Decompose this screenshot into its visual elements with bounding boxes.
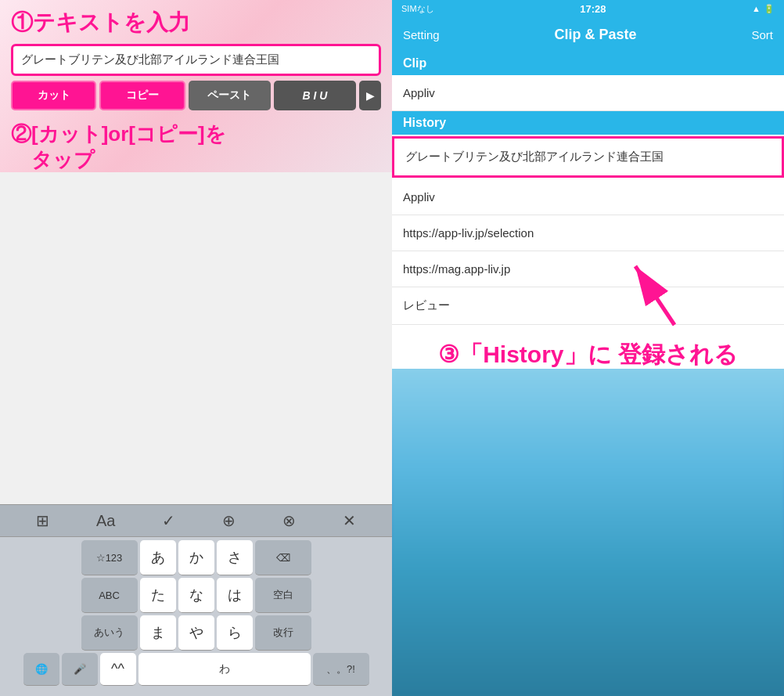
aiueo-key[interactable]: あいう [81,615,138,651]
status-bar: SIMなし 17:28 ▲ 🔋 [392,0,784,17]
font-icon[interactable]: Aa [96,512,115,530]
plus-circle-icon[interactable]: ⊕ [222,511,236,530]
step3-area: ③「History」に 登録される [392,325,784,369]
grid-icon[interactable]: ⊞ [36,511,49,530]
check-icon[interactable]: ✓ [162,511,175,530]
clip-section-header: Clip [392,52,784,75]
key-ha[interactable]: は [217,578,253,613]
step2-label: ②[カット]or[コピー]を タップ [11,121,381,175]
keyboard-rows: ☆123 あ か さ ⌫ ABC た な は 空白 あいう ま や ら 改行 [0,537,392,696]
text-input-display[interactable]: グレートブリテン及び北部アイルランド連合王国 [11,44,381,76]
punctuation-key[interactable]: 、。?! [313,653,369,686]
clip-item-1[interactable]: Appliv [392,75,784,111]
key-na[interactable]: な [178,578,214,613]
carrier-label: SIMなし [401,3,434,15]
num-sym-key[interactable]: ☆123 [81,540,138,575]
text-toolbar: カット コピー ペースト B I U ▶ [11,81,381,110]
bottom-image [392,369,784,696]
history-item-2[interactable]: Appliv [392,179,784,215]
left-content: ①テキストを入力 グレートブリテン及び北部アイルランド連合王国 カット コピー … [0,0,392,188]
biu-button[interactable]: B I U [274,81,356,110]
abc-key[interactable]: ABC [81,578,138,613]
backspace-key[interactable]: ⌫ [255,540,311,575]
globe-key[interactable]: 🌐 [23,653,59,686]
nav-title: Clip & Paste [555,27,637,43]
battery-icon: 🔋 [764,4,775,14]
arrow-svg [612,258,737,329]
keyboard-toolbar: ⊞ Aa ✓ ⊕ ⊗ ✕ [0,504,392,537]
close-kbd-icon[interactable]: ✕ [343,511,356,530]
step3-label: ③「History」に 登録される [392,341,784,369]
history-item-3[interactable]: https://app-liv.jp/selection [392,215,784,251]
key-sa[interactable]: さ [217,540,253,575]
toolbar-arrow[interactable]: ▶ [359,81,381,110]
key-a[interactable]: あ [140,540,176,575]
copy-button[interactable]: コピー [99,81,185,110]
key-ta[interactable]: た [140,578,176,613]
nav-bar: Setting Clip & Paste Sort [392,17,784,52]
setting-button[interactable]: Setting [403,28,440,41]
target-icon[interactable]: ⊗ [282,511,296,530]
kbd-row-2: ABC た な は 空白 [2,578,390,613]
kbd-row-4: 🌐 🎤 ^^ わ 、。?! [2,653,390,691]
history-item-1[interactable]: グレートブリテン及び北部アイルランド連合王国 [392,136,784,178]
key-ka[interactable]: か [178,540,214,575]
key-caret[interactable]: ^^ [100,653,136,686]
cut-button[interactable]: カット [11,81,96,110]
key-ra[interactable]: ら [217,615,253,651]
step1-label: ①テキストを入力 [11,9,381,36]
right-panel: SIMなし 17:28 ▲ 🔋 Setting Clip & Paste Sor… [392,0,784,696]
paste-button[interactable]: ペースト [189,81,271,110]
kbd-row-1: ☆123 あ か さ ⌫ [2,540,390,575]
wifi-icon: ▲ [752,4,761,13]
key-ya[interactable]: や [178,615,214,651]
enter-key[interactable]: 改行 [255,615,311,651]
status-icons: ▲ 🔋 [752,4,775,14]
svg-line-1 [635,266,674,325]
left-panel: ①テキストを入力 グレートブリテン及び北部アイルランド連合王国 カット コピー … [0,0,392,696]
kbd-row-3: あいう ま や ら 改行 [2,615,390,651]
keyboard-area: ⊞ Aa ✓ ⊕ ⊗ ✕ ☆123 あ か さ ⌫ ABC た な は 空白 [0,504,392,696]
mic-key[interactable]: 🎤 [62,653,98,686]
wa-key[interactable]: わ [138,653,311,686]
key-ma[interactable]: ま [140,615,176,651]
sort-button[interactable]: Sort [751,28,773,41]
space-key[interactable]: 空白 [255,578,311,613]
time-label: 17:28 [580,3,606,15]
history-section-header: History [392,111,784,135]
